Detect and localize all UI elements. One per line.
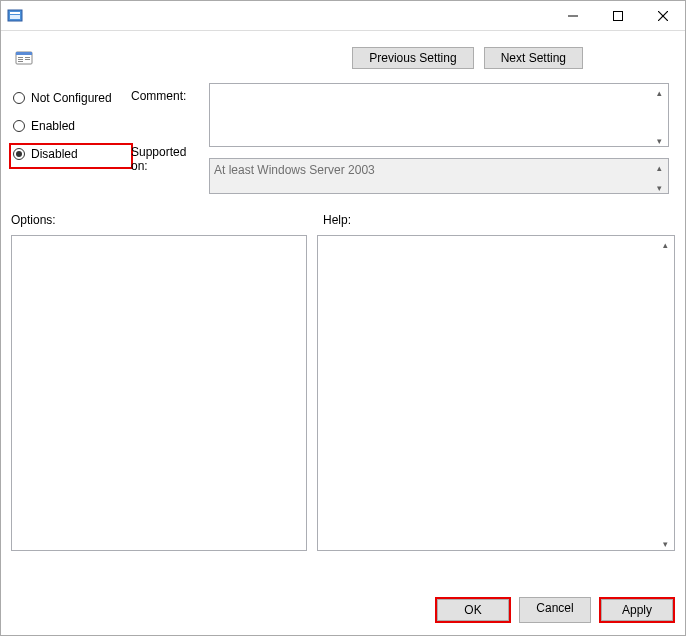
app-icon [7, 8, 23, 24]
radio-label: Disabled [31, 147, 78, 161]
comment-input[interactable] [209, 83, 669, 147]
apply-button[interactable]: Apply [601, 599, 673, 621]
radio-enabled[interactable]: Enabled [11, 117, 131, 135]
radio-disabled[interactable]: Disabled [9, 143, 133, 169]
radio-label: Enabled [31, 119, 75, 133]
maximize-button[interactable] [595, 1, 640, 30]
previous-setting-button[interactable]: Previous Setting [352, 47, 473, 69]
svg-rect-8 [16, 52, 32, 55]
supported-on-field [209, 158, 669, 194]
help-pane [317, 235, 675, 551]
svg-rect-11 [18, 61, 23, 62]
options-label: Options: [11, 213, 317, 227]
radio-icon [13, 92, 25, 104]
radio-icon [13, 120, 25, 132]
toolbar: Previous Setting Next Setting [1, 41, 685, 75]
comment-label: Comment: [131, 89, 203, 103]
help-label: Help: [317, 213, 675, 227]
policy-icon [15, 49, 33, 67]
radio-label: Not Configured [31, 91, 112, 105]
dialog-buttons: OK Cancel Apply [1, 583, 685, 635]
svg-rect-12 [25, 57, 30, 58]
close-button[interactable] [640, 1, 685, 30]
svg-rect-9 [18, 57, 23, 58]
titlebar [1, 1, 685, 31]
svg-rect-1 [10, 12, 20, 14]
radio-icon [13, 148, 25, 160]
svg-rect-2 [10, 15, 20, 19]
options-pane [11, 235, 307, 551]
content-area: Not Configured Enabled Disabled Comment:… [1, 75, 685, 583]
svg-rect-13 [25, 59, 30, 60]
policy-editor-window: Previous Setting Next Setting Not Config… [0, 0, 686, 636]
window-controls [550, 1, 685, 30]
radio-not-configured[interactable]: Not Configured [11, 89, 131, 107]
apply-highlight: Apply [599, 597, 675, 623]
cancel-button[interactable]: Cancel [519, 597, 591, 623]
ok-highlight: OK [435, 597, 511, 623]
svg-rect-10 [18, 59, 23, 60]
minimize-button[interactable] [550, 1, 595, 30]
supported-label: Supported on: [131, 145, 203, 173]
next-setting-button[interactable]: Next Setting [484, 47, 583, 69]
svg-rect-4 [613, 11, 622, 20]
ok-button[interactable]: OK [437, 599, 509, 621]
